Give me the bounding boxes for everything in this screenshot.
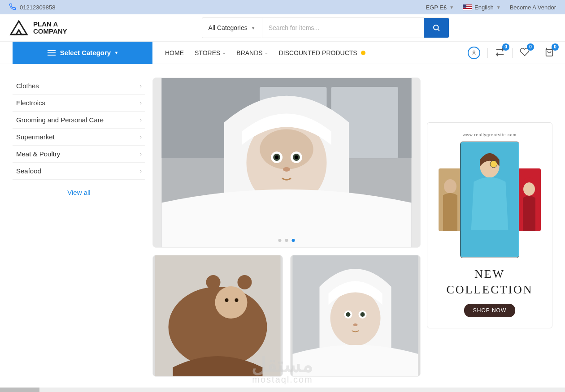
flag-icon (463, 4, 472, 10)
cart-button[interactable]: 0 (543, 45, 556, 60)
user-icon (468, 47, 480, 59)
cart-badge: 0 (552, 43, 559, 51)
chevron-right-icon: › (140, 83, 142, 89)
promo-thumb-1[interactable] (152, 255, 283, 377)
wishlist-button[interactable]: 0 (518, 45, 531, 60)
shop-now-button[interactable]: SHOP NOW (464, 304, 515, 317)
language-selector[interactable]: English ▼ (463, 4, 501, 11)
nav-discounted[interactable]: DISCOUNTED PRODUCTS (279, 49, 365, 56)
phone-icon (9, 3, 16, 12)
language-label: English (474, 4, 494, 11)
category-sidebar: Clothes› Electroics› Grooming and Person… (13, 78, 145, 377)
caret-down-icon: ▼ (449, 5, 454, 10)
svg-point-18 (283, 167, 290, 172)
header: PLAN A COMPANY All Categories ▼ (0, 14, 565, 41)
banner-photo-left (439, 168, 462, 231)
sidebar-item-supermarket[interactable]: Supermarket› (13, 129, 145, 146)
chevron-right-icon: › (140, 168, 142, 174)
logo-text: PLAN A COMPANY (33, 21, 67, 35)
main: www.reallygreatsite.com NEWCOLLECTION SH… (152, 78, 552, 377)
banner-title: NEWCOLLECTION (446, 266, 533, 297)
caret-down-icon: ▼ (496, 5, 501, 10)
chevron-right-icon: › (140, 134, 142, 140)
navbar: Select Category ▾ HOME STORES⌄ BRANDS⌄ D… (0, 41, 565, 64)
sidebar-item-grooming[interactable]: Grooming and Personal Care› (13, 112, 145, 129)
caret-down-icon: ▾ (115, 50, 117, 55)
chevron-right-icon: › (140, 100, 142, 106)
indicator-dot-icon (361, 51, 365, 55)
search-button[interactable] (424, 18, 449, 38)
view-all-link[interactable]: View all (67, 189, 90, 196)
svg-point-23 (238, 275, 252, 289)
svg-point-22 (206, 275, 221, 289)
banner-photo-main (460, 142, 519, 258)
menu-icon (48, 50, 56, 56)
divider (512, 48, 513, 58)
sidebar-item-seafood[interactable]: Seafood› (13, 163, 145, 180)
svg-point-29 (346, 312, 351, 317)
chevron-right-icon: › (140, 117, 142, 123)
compare-badge: 0 (502, 43, 509, 51)
svg-point-17 (295, 155, 298, 159)
account-button[interactable] (466, 45, 482, 61)
sidebar-item-electronics[interactable]: Electroics› (13, 95, 145, 112)
horizontal-scrollbar[interactable] (0, 388, 565, 392)
scrollbar-thumb[interactable] (0, 388, 39, 392)
topbar: 01212309858 EGP E£ ▼ English ▼ Become A … (0, 0, 565, 14)
nav-home[interactable]: HOME (165, 49, 184, 56)
currency-selector[interactable]: EGP E£ ▼ (426, 4, 454, 11)
svg-point-11 (260, 129, 313, 169)
select-category-button[interactable]: Select Category ▾ (13, 42, 152, 64)
phone-number: 01212309858 (20, 4, 56, 11)
thumb-image (291, 255, 420, 376)
svg-point-24 (225, 298, 229, 302)
svg-point-0 (434, 25, 439, 30)
nav-brands[interactable]: BRANDS⌄ (236, 49, 268, 56)
divider (537, 48, 537, 58)
svg-point-34 (444, 179, 456, 194)
svg-point-27 (330, 290, 381, 346)
hero-carousel[interactable] (152, 78, 421, 248)
chevron-down-icon: ⌄ (265, 50, 268, 55)
svg-point-25 (235, 298, 239, 302)
search-bar: All Categories ▼ (202, 17, 449, 38)
svg-point-31 (361, 312, 365, 317)
chevron-right-icon: › (140, 151, 142, 157)
carousel-dot[interactable] (285, 239, 288, 242)
nav-stores[interactable]: STORES⌄ (195, 49, 226, 56)
caret-down-icon: ▼ (251, 26, 256, 30)
become-vendor-link[interactable]: Become A Vendor (510, 4, 556, 11)
hero-image (153, 78, 420, 247)
compare-button[interactable]: 0 (493, 45, 507, 60)
logo[interactable]: PLAN A COMPANY (9, 20, 67, 35)
banner-photo-right (517, 168, 541, 231)
sidebar-item-clothes[interactable]: Clothes› (13, 78, 145, 95)
topbar-phone[interactable]: 01212309858 (9, 3, 56, 12)
logo-icon (9, 20, 29, 35)
sidebar-item-meat[interactable]: Meat & Poultry› (13, 146, 145, 163)
search-icon (432, 24, 440, 32)
svg-rect-38 (478, 230, 501, 257)
chevron-down-icon: ⌄ (222, 50, 226, 55)
wishlist-badge: 0 (527, 43, 534, 51)
content: Clothes› Electroics› Grooming and Person… (0, 64, 565, 392)
carousel-dot-active[interactable] (292, 239, 295, 242)
svg-line-1 (438, 29, 439, 30)
banner-photos (439, 142, 541, 258)
collection-banner: www.reallygreatsite.com NEWCOLLECTION SH… (427, 122, 552, 328)
carousel-dot[interactable] (278, 239, 282, 242)
svg-point-40 (523, 182, 535, 196)
svg-point-32 (353, 323, 358, 326)
svg-point-21 (215, 286, 248, 319)
carousel-dots (278, 239, 295, 242)
svg-point-5 (473, 51, 475, 53)
divider (487, 48, 488, 58)
currency-label: EGP E£ (426, 4, 447, 11)
svg-point-14 (275, 155, 278, 159)
thumb-image (153, 255, 282, 376)
svg-point-37 (490, 160, 497, 168)
promo-thumb-2[interactable] (290, 255, 421, 377)
search-input[interactable] (262, 18, 424, 38)
search-category-select[interactable]: All Categories ▼ (202, 18, 262, 38)
banner-site: www.reallygreatsite.com (463, 133, 517, 137)
